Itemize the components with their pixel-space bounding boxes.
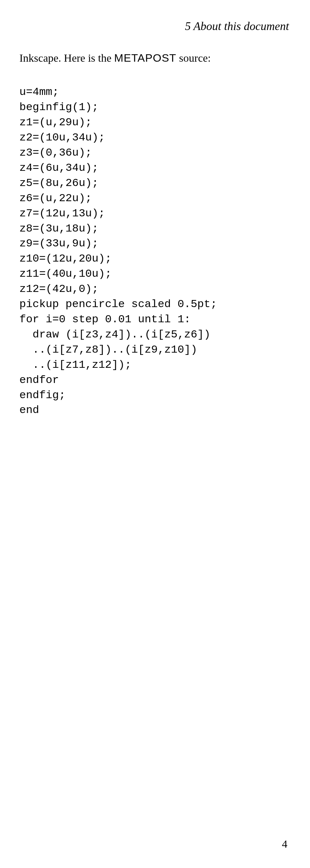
code-line: endfig; bbox=[20, 389, 66, 401]
code-line: z9=(33u,9u); bbox=[20, 237, 98, 250]
code-line: z2=(10u,34u); bbox=[20, 131, 105, 144]
code-line: end bbox=[20, 404, 39, 416]
metapost-source-code: u=4mm; beginfig(1); z1=(u,29u); z2=(10u,… bbox=[20, 85, 290, 418]
intro-paragraph: Inkscape. Here is the METAPOST source: bbox=[20, 49, 290, 67]
code-line: z11=(40u,10u); bbox=[20, 268, 112, 280]
code-line: z3=(0,36u); bbox=[20, 147, 92, 159]
code-line: pickup pencircle scaled 0.5pt; bbox=[20, 298, 217, 310]
code-line: z8=(3u,18u); bbox=[20, 222, 98, 235]
code-line: ..(i[z11,z12]); bbox=[20, 359, 131, 371]
page-number: 4 bbox=[282, 838, 287, 850]
code-line: z4=(6u,34u); bbox=[20, 162, 98, 174]
code-line: ..(i[z7,z8])..(i[z9,z10]) bbox=[20, 344, 197, 356]
code-line: z7=(12u,13u); bbox=[20, 207, 105, 220]
code-line: z12=(42u,0); bbox=[20, 283, 98, 295]
code-line: z10=(12u,20u); bbox=[20, 252, 112, 265]
metapost-word: METAPOST bbox=[114, 52, 177, 64]
code-line: z1=(u,29u); bbox=[20, 116, 92, 128]
code-line: u=4mm; bbox=[20, 86, 59, 98]
document-page: 5 About this document Inkscape. Here is … bbox=[0, 0, 310, 868]
code-line: draw (i[z3,z4])..(i[z5,z6]) bbox=[20, 329, 211, 341]
code-line: z5=(8u,26u); bbox=[20, 177, 98, 189]
code-line: for i=0 step 0.01 until 1: bbox=[20, 313, 191, 326]
intro-text-before: Inkscape. Here is the bbox=[20, 52, 114, 64]
code-line: endfor bbox=[20, 374, 59, 386]
code-line: beginfig(1); bbox=[20, 101, 98, 113]
intro-text-after: source: bbox=[176, 52, 211, 64]
code-line: z6=(u,22u); bbox=[20, 192, 92, 205]
running-head: 5 About this document bbox=[20, 20, 290, 33]
